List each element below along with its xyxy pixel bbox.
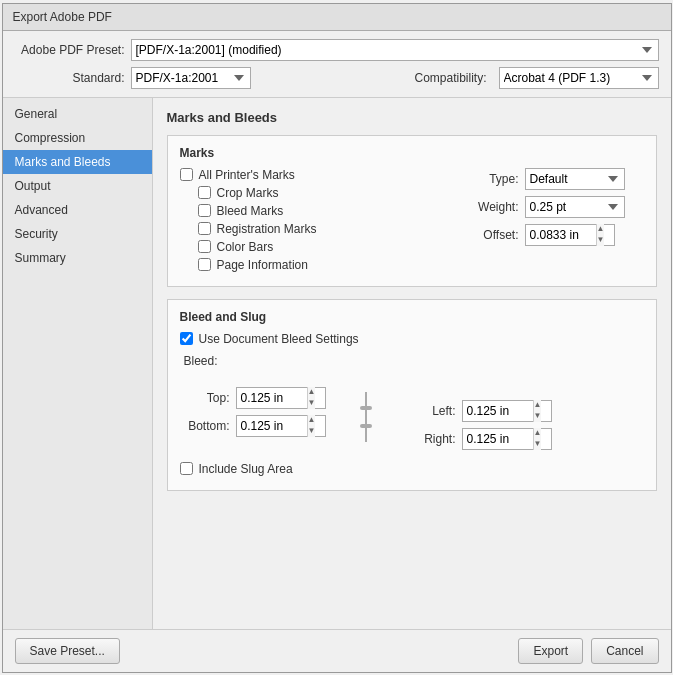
offset-arrows: ▲ ▼ xyxy=(596,224,605,246)
sidebar-item-compression[interactable]: Compression xyxy=(3,126,152,150)
top-controls: Adobe PDF Preset: [PDF/X-1a:2001] (modif… xyxy=(3,31,671,98)
bleed-marks-label: Bleed Marks xyxy=(217,204,284,218)
top-input[interactable] xyxy=(237,391,307,405)
registration-marks-row: Registration Marks xyxy=(198,222,444,236)
top-spinner[interactable]: ▲ ▼ xyxy=(236,387,326,409)
offset-input[interactable] xyxy=(526,228,596,242)
use-doc-bleed-checkbox[interactable] xyxy=(180,332,193,345)
page-info-checkbox[interactable] xyxy=(198,258,211,271)
crop-marks-row: Crop Marks xyxy=(198,186,444,200)
color-bars-row: Color Bars xyxy=(198,240,444,254)
right-input[interactable] xyxy=(463,432,533,446)
footer-right: Export Cancel xyxy=(518,638,658,664)
type-row: Type: Default xyxy=(464,168,644,190)
sidebar-item-advanced[interactable]: Advanced xyxy=(3,198,152,222)
bottom-row: Bottom: ▲ ▼ xyxy=(180,415,326,437)
color-bars-checkbox[interactable] xyxy=(198,240,211,253)
marks-grid: All Printer's Marks Crop Marks Bleed Mar… xyxy=(180,168,644,276)
standard-row: Standard: PDF/X-1a:2001 Compatibility: A… xyxy=(15,67,659,89)
left-input[interactable] xyxy=(463,404,533,418)
right-up-arrow[interactable]: ▲ xyxy=(534,428,542,439)
right-down-arrow[interactable]: ▼ xyxy=(534,439,542,450)
bottom-input[interactable] xyxy=(237,419,307,433)
left-up-arrow[interactable]: ▲ xyxy=(534,400,542,411)
left-label: Left: xyxy=(406,404,456,418)
preset-label: Adobe PDF Preset: xyxy=(15,43,125,57)
svg-rect-0 xyxy=(365,392,367,406)
top-label: Top: xyxy=(180,391,230,405)
all-printers-marks-checkbox[interactable] xyxy=(180,168,193,181)
export-button[interactable]: Export xyxy=(518,638,583,664)
type-select[interactable]: Default xyxy=(525,168,625,190)
offset-label: Offset: xyxy=(464,228,519,242)
weight-row: Weight: 0.25 pt xyxy=(464,196,644,218)
include-slug-row: Include Slug Area xyxy=(180,462,644,476)
main-area: General Compression Marks and Bleeds Out… xyxy=(3,98,671,629)
sidebar-item-output[interactable]: Output xyxy=(3,174,152,198)
right-row: Right: ▲ ▼ xyxy=(406,428,552,450)
offset-up-arrow[interactable]: ▲ xyxy=(597,224,605,235)
registration-marks-checkbox[interactable] xyxy=(198,222,211,235)
compat-select[interactable]: Acrobat 4 (PDF 1.3) xyxy=(499,67,659,89)
offset-down-arrow[interactable]: ▼ xyxy=(597,235,605,246)
top-up-arrow[interactable]: ▲ xyxy=(308,387,316,398)
page-info-label: Page Information xyxy=(217,258,308,272)
marks-section: Marks All Printer's Marks Crop Marks xyxy=(167,135,657,287)
marks-subsection-title: Marks xyxy=(180,146,644,160)
offset-spinner[interactable]: ▲ ▼ xyxy=(525,224,615,246)
bleed-fields: Top: ▲ ▼ Bottom: xyxy=(180,374,644,450)
svg-rect-4 xyxy=(365,410,367,424)
top-arrows: ▲ ▼ xyxy=(307,387,316,409)
bottom-arrows: ▲ ▼ xyxy=(307,415,316,437)
page-info-row: Page Information xyxy=(198,258,444,272)
all-printers-marks-label: All Printer's Marks xyxy=(199,168,295,182)
standard-select[interactable]: PDF/X-1a:2001 xyxy=(131,67,251,89)
offset-row: Offset: ▲ ▼ xyxy=(464,224,644,246)
bottom-spinner[interactable]: ▲ ▼ xyxy=(236,415,326,437)
preset-select[interactable]: [PDF/X-1a:2001] (modified) xyxy=(131,39,659,61)
use-doc-bleed-label: Use Document Bleed Settings xyxy=(199,332,359,346)
standard-label: Standard: xyxy=(15,71,125,85)
bottom-up-arrow[interactable]: ▲ xyxy=(308,415,316,426)
sidebar-item-security[interactable]: Security xyxy=(3,222,152,246)
marks-right: Type: Default Weight: 0.25 pt xyxy=(464,168,644,276)
use-doc-bleed-row: Use Document Bleed Settings xyxy=(180,332,644,346)
dialog-footer: Save Preset... Export Cancel xyxy=(3,629,671,672)
left-spinner[interactable]: ▲ ▼ xyxy=(462,400,552,422)
preset-row: Adobe PDF Preset: [PDF/X-1a:2001] (modif… xyxy=(15,39,659,61)
left-down-arrow[interactable]: ▼ xyxy=(534,411,542,422)
sidebar-item-general[interactable]: General xyxy=(3,102,152,126)
svg-rect-3 xyxy=(360,424,372,428)
bleed-marks-row: Bleed Marks xyxy=(198,204,444,218)
sidebar: General Compression Marks and Bleeds Out… xyxy=(3,98,153,629)
weight-label: Weight: xyxy=(464,200,519,214)
left-arrows: ▲ ▼ xyxy=(533,400,542,422)
bleed-slug-section: Bleed and Slug Use Document Bleed Settin… xyxy=(167,299,657,491)
sidebar-item-marks-bleeds[interactable]: Marks and Bleeds xyxy=(3,150,152,174)
content-area: Marks and Bleeds Marks All Printer's Mar… xyxy=(153,98,671,629)
color-bars-label: Color Bars xyxy=(217,240,274,254)
sidebar-item-summary[interactable]: Summary xyxy=(3,246,152,270)
right-spinner[interactable]: ▲ ▼ xyxy=(462,428,552,450)
bleed-label: Bleed: xyxy=(184,354,218,368)
left-row: Left: ▲ ▼ xyxy=(406,400,552,422)
type-label: Type: xyxy=(464,172,519,186)
bottom-down-arrow[interactable]: ▼ xyxy=(308,426,316,437)
crop-marks-checkbox[interactable] xyxy=(198,186,211,199)
save-preset-button[interactable]: Save Preset... xyxy=(15,638,120,664)
marks-left: All Printer's Marks Crop Marks Bleed Mar… xyxy=(180,168,444,276)
cancel-button[interactable]: Cancel xyxy=(591,638,658,664)
include-slug-checkbox[interactable] xyxy=(180,462,193,475)
crop-marks-label: Crop Marks xyxy=(217,186,279,200)
registration-marks-label: Registration Marks xyxy=(217,222,317,236)
weight-select[interactable]: 0.25 pt xyxy=(525,196,625,218)
bleed-marks-checkbox[interactable] xyxy=(198,204,211,217)
top-down-arrow[interactable]: ▼ xyxy=(308,398,316,409)
top-row: Top: ▲ ▼ xyxy=(180,387,326,409)
right-arrows: ▲ ▼ xyxy=(533,428,542,450)
all-printers-marks-row: All Printer's Marks xyxy=(180,168,444,182)
dialog-title: Export Adobe PDF xyxy=(3,4,671,31)
section-title: Marks and Bleeds xyxy=(167,110,657,125)
bottom-label: Bottom: xyxy=(180,419,230,433)
compat-label: Compatibility: xyxy=(414,71,486,85)
